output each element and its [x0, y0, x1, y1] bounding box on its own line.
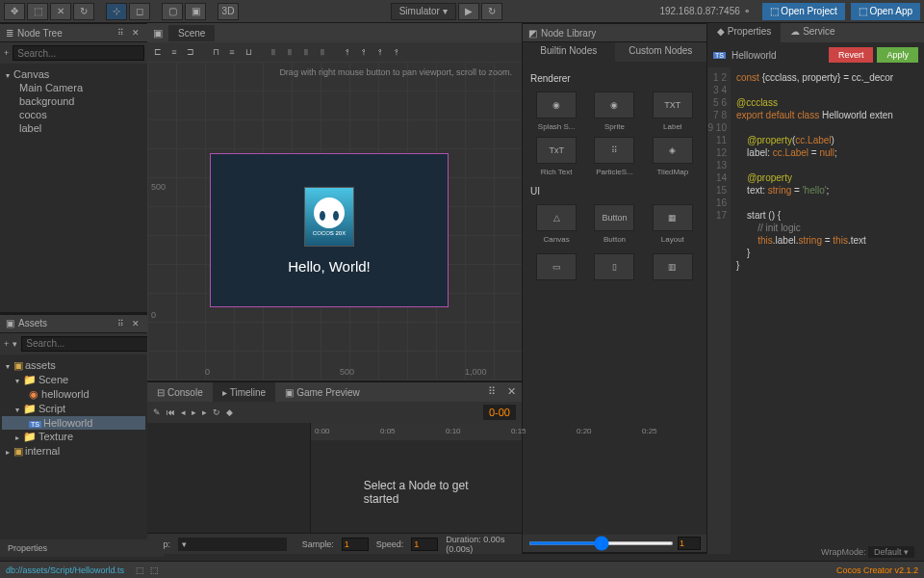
renderer-section: Renderer	[530, 73, 699, 84]
tl-key[interactable]: ◆	[226, 407, 233, 417]
cocos-logo: COCOS 20X	[304, 187, 354, 247]
zoom-value[interactable]	[678, 537, 701, 550]
lib-renderer-0[interactable]: ◉Splash S...	[530, 92, 582, 131]
align-2[interactable]: ≡	[167, 45, 181, 59]
tool-gizmo-a[interactable]: ▢	[162, 3, 183, 20]
align-4[interactable]: ⊓	[209, 45, 222, 59]
refresh-button[interactable]: ↻	[481, 3, 502, 20]
lib-renderer-4[interactable]: ⠿ParticleS...	[588, 137, 640, 176]
asset-filter-icon[interactable]: ▾	[13, 339, 17, 349]
lib-renderer-5[interactable]: ◈TiledMap	[647, 137, 699, 176]
duration-label: Duration: 0.00s (0.00s)	[446, 535, 516, 554]
tab-timeline[interactable]: ▸ Timeline	[213, 382, 275, 402]
builtin-nodes-tab[interactable]: Builtin Nodes	[523, 42, 615, 62]
tool-rotate[interactable]: ↻	[73, 3, 94, 20]
lib-ui-2[interactable]: ▦Layout	[647, 204, 699, 244]
ip-address: 192.168.0.87:7456 ⚬	[659, 6, 750, 16]
dist-1[interactable]: ⫴	[267, 45, 280, 59]
dist-3[interactable]: ⫴	[299, 45, 313, 59]
asset-script[interactable]: ▾📁Script	[2, 402, 145, 416]
tree-background[interactable]: background	[2, 94, 145, 108]
tl-first[interactable]: ⏮	[167, 407, 175, 417]
asset-assets[interactable]: ▾▣assets	[2, 358, 145, 373]
play-button[interactable]: ▶	[458, 3, 479, 20]
asset-scene[interactable]: ▾📁Scene	[2, 373, 145, 387]
lib-extra-1[interactable]: ▭	[530, 253, 582, 280]
dist-7[interactable]: ⫯	[373, 45, 387, 59]
tool-rect[interactable]: ⬚	[27, 3, 48, 20]
scene-tab[interactable]: Scene	[168, 25, 215, 41]
speed-input[interactable]	[411, 538, 438, 551]
assets-tree[interactable]: ▾▣assets ▾📁Scene ◉ helloworld ▾📁Script T…	[0, 355, 147, 555]
align-6[interactable]: ⊔	[242, 45, 255, 59]
asset-texture[interactable]: ▸📁Texture	[2, 430, 145, 444]
add-asset-button[interactable]: +	[4, 339, 9, 349]
apply-button[interactable]: Apply	[877, 47, 918, 63]
asset-helloworld-scene[interactable]: ◉ helloworld	[2, 387, 145, 402]
status-icon-b[interactable]: ⬚	[150, 565, 159, 575]
tl-loop[interactable]: ↻	[213, 407, 220, 417]
node-tree-search[interactable]	[13, 45, 144, 61]
add-node-button[interactable]: +	[4, 48, 9, 58]
service-tab[interactable]: ☁ Service	[781, 23, 844, 42]
dist-6[interactable]: ⫯	[357, 45, 371, 59]
bottom-menu-icon[interactable]: ⠿	[482, 382, 501, 402]
dist-4[interactable]: ⫴	[316, 45, 329, 59]
custom-nodes-tab[interactable]: Custom Nodes	[615, 42, 707, 62]
lib-renderer-3[interactable]: TxTRich Text	[530, 137, 582, 176]
tool-move[interactable]: ✥	[4, 3, 25, 20]
assets-close-icon[interactable]: ✕	[130, 319, 141, 328]
asset-helloworld-script[interactable]: TSHelloworld	[2, 416, 145, 430]
tree-canvas[interactable]: ▾Canvas	[2, 67, 145, 81]
scene-viewport[interactable]: Drag with right mouse button to pan view…	[147, 62, 522, 381]
node-tree[interactable]: ▾Canvas Main Camera background cocos lab…	[0, 64, 147, 312]
tab-game-preview[interactable]: ▣ Game Preview	[275, 382, 370, 402]
open-app-button[interactable]: ⬚ Open App	[851, 3, 920, 20]
tl-next[interactable]: ▸	[202, 407, 207, 417]
tl-play[interactable]: ▸	[192, 407, 196, 417]
canvas-frame[interactable]: COCOS 20X Hello, World!	[210, 153, 449, 307]
node-tree-menu-icon[interactable]: ⠿	[115, 28, 126, 38]
tool-local[interactable]: ◻	[129, 3, 150, 20]
dist-2[interactable]: ⫴	[283, 45, 296, 59]
timeline-message: Select a Node to get started	[364, 479, 470, 506]
asset-internal[interactable]: ▸▣internal	[2, 444, 145, 459]
open-project-button[interactable]: ⬚ Open Project	[762, 3, 845, 20]
dist-5[interactable]: ⫯	[341, 45, 354, 59]
bottom-close-icon[interactable]: ✕	[501, 382, 522, 402]
tree-label[interactable]: label	[2, 121, 145, 135]
lib-ui-0[interactable]: △Canvas	[530, 204, 582, 244]
lib-renderer-2[interactable]: TXTLabel	[647, 92, 699, 131]
lib-extra-3[interactable]: ▥	[647, 253, 699, 280]
align-3[interactable]: ⊐	[184, 45, 197, 59]
tl-edit[interactable]: ✎	[153, 407, 161, 417]
lib-renderer-1[interactable]: ◉Sprite	[588, 92, 640, 131]
align-1[interactable]: ⊏	[151, 45, 165, 59]
simulator-select[interactable]: Simulator ▾	[391, 3, 456, 20]
timeline-body[interactable]: 0:00 0:05 0:10 0:15 0:20 0:25 Select a N…	[311, 423, 522, 533]
tool-scale[interactable]: ✕	[50, 3, 71, 20]
status-icon-a[interactable]: ⬚	[136, 565, 144, 575]
node-tree-close-icon[interactable]: ✕	[130, 28, 141, 38]
zoom-slider[interactable]	[528, 541, 674, 545]
assets-menu-icon[interactable]: ⠿	[115, 319, 126, 328]
tree-cocos[interactable]: cocos	[2, 108, 145, 121]
tool-gizmo-b[interactable]: ▣	[185, 3, 206, 20]
revert-button[interactable]: Revert	[829, 47, 874, 63]
sample-input[interactable]	[342, 538, 369, 551]
tool-3d[interactable]: 3D	[218, 3, 239, 20]
code-editor[interactable]: 1 2 3 4 5 6 7 8 9 10 11 12 13 14 15 16 1…	[707, 67, 924, 554]
tree-main-camera[interactable]: Main Camera	[2, 81, 145, 94]
assets-search[interactable]	[21, 336, 153, 352]
properties-tab[interactable]: ◆ Properties	[707, 23, 781, 42]
lib-ui-1[interactable]: ButtonButton	[588, 204, 640, 244]
wrapmode-select[interactable]: Default ▾	[868, 546, 914, 558]
clip-select[interactable]: ▾	[178, 538, 287, 551]
tab-console[interactable]: ⊟ Console	[147, 382, 213, 402]
tl-prev[interactable]: ◂	[181, 407, 186, 417]
align-5[interactable]: ≡	[225, 45, 239, 59]
lib-extra-2[interactable]: ▯	[588, 253, 640, 280]
tool-anchor[interactable]: ⊹	[106, 3, 127, 20]
tl-timepos: 0-00	[483, 405, 516, 420]
dist-8[interactable]: ⫯	[390, 45, 403, 59]
